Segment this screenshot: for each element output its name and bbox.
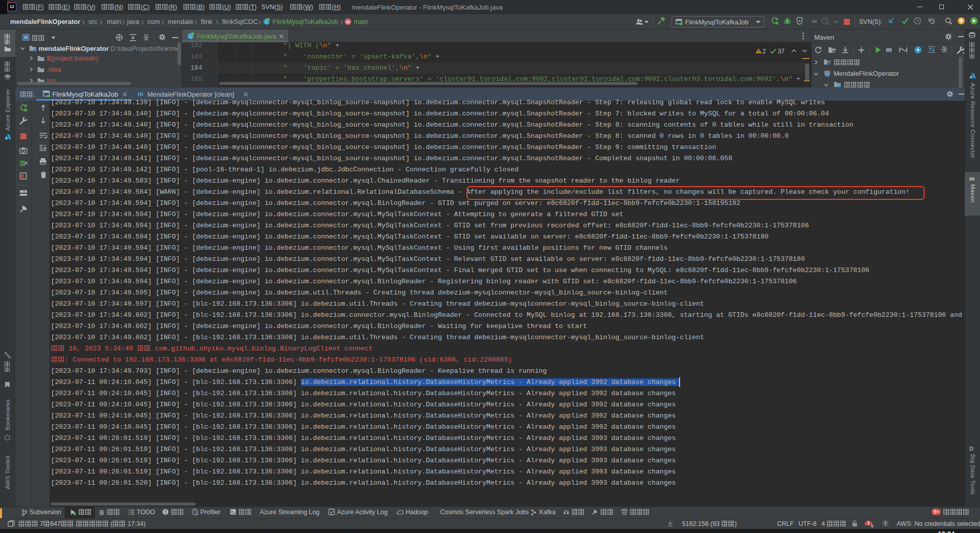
svg-text:m: m bbox=[346, 19, 350, 24]
svg-text:m: m bbox=[825, 72, 830, 77]
